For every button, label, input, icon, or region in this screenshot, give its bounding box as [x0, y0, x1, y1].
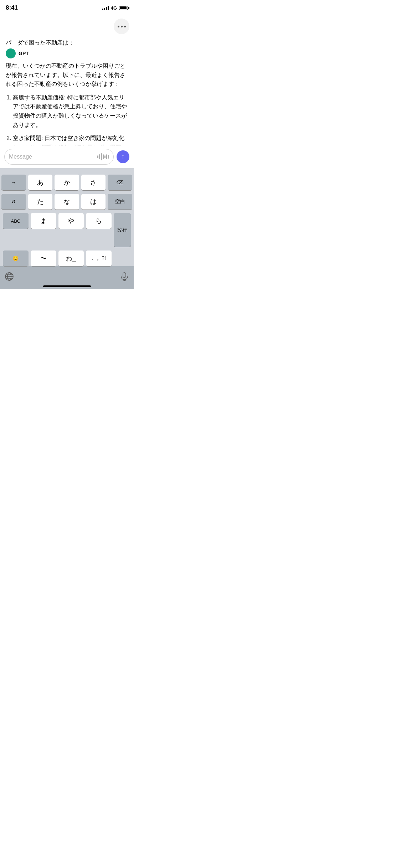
list-item-1: 高騰する不動産価格: 特に都市部や人気エリアでは不動産価格が急上昇しており、住宅… — [13, 93, 128, 129]
send-button[interactable]: ↑ — [117, 150, 129, 163]
status-icons: 4G — [102, 5, 128, 11]
chat-header — [0, 16, 134, 36]
key-ha[interactable]: は — [81, 194, 106, 210]
key-wa[interactable]: わ_ — [58, 250, 84, 266]
key-return[interactable]: 改行 — [114, 213, 131, 247]
keyboard: → あ か さ ⌫ ↺ た な は 空白 ABC ま や ら 改行 — [0, 168, 134, 289]
key-sa[interactable]: さ — [81, 175, 106, 190]
keyboard-row-1: → あ か さ ⌫ — [1, 175, 132, 190]
gpt-avatar — [6, 48, 16, 58]
gpt-name-label: GPT — [19, 51, 29, 56]
key-emoji[interactable]: 😊 — [3, 250, 29, 266]
key-na[interactable]: な — [55, 194, 79, 210]
message-input-container[interactable]: Message — [4, 149, 114, 165]
key-wave[interactable]: 〜 — [31, 250, 56, 266]
key-punctuation[interactable]: 、。?! — [86, 250, 112, 266]
keyboard-gap — [0, 168, 134, 172]
network-label: 4G — [111, 5, 117, 11]
delete-icon: ⌫ — [117, 180, 124, 185]
mic-icon — [119, 272, 129, 281]
scroll-hint-text: パ ダで困った不動産は： — [0, 36, 134, 48]
key-space[interactable]: 空白 — [108, 194, 132, 210]
gpt-message-header: GPT — [6, 48, 128, 58]
key-abc[interactable]: ABC — [3, 213, 29, 229]
more-dots-icon — [118, 26, 126, 27]
key-delete[interactable]: ⌫ — [108, 175, 132, 190]
keyboard-bottom-row — [0, 268, 134, 285]
status-time: 8:41 — [6, 4, 18, 11]
key-ka[interactable]: か — [55, 175, 79, 190]
status-bar: 8:41 4G — [0, 0, 134, 16]
battery-fill — [120, 6, 127, 9]
key-ta[interactable]: た — [28, 194, 53, 210]
voice-bars — [97, 153, 109, 160]
gpt-intro-text: 現在、いくつかの不動産のトラブルや困りごとが報告されています。以下に、最近よく報… — [6, 61, 128, 89]
message-placeholder: Message — [9, 154, 94, 160]
keyboard-row-3-wrapper: ABC ま や ら 改行 — [1, 213, 132, 247]
keyboard-rows: → あ か さ ⌫ ↺ た な は 空白 ABC ま や ら 改行 — [0, 172, 134, 266]
keyboard-row-4: 😊 〜 わ_ 、。?! — [1, 250, 132, 266]
mic-key[interactable] — [117, 269, 132, 284]
send-arrow-icon: ↑ — [122, 153, 125, 160]
space-filler — [19, 269, 114, 284]
key-arrow[interactable]: → — [1, 175, 26, 190]
globe-key[interactable] — [1, 269, 17, 284]
home-indicator — [43, 285, 91, 287]
key-ma[interactable]: ま — [31, 213, 56, 229]
key-ya[interactable]: や — [58, 213, 84, 229]
battery-icon — [119, 6, 128, 10]
signal-icon — [102, 6, 109, 10]
key-undo[interactable]: ↺ — [1, 194, 26, 210]
svg-rect-5 — [123, 273, 126, 278]
key-ra[interactable]: ら — [86, 213, 112, 229]
key-a[interactable]: あ — [28, 175, 53, 190]
voice-icon[interactable] — [97, 153, 109, 160]
keyboard-row-3-main: ABC ま や ら — [3, 213, 112, 247]
key-return-filler — [114, 250, 131, 266]
input-area: Message ↑ — [0, 145, 134, 168]
more-options-button[interactable] — [114, 19, 129, 34]
keyboard-row-2: ↺ た な は 空白 — [1, 194, 132, 210]
globe-icon — [4, 272, 14, 281]
